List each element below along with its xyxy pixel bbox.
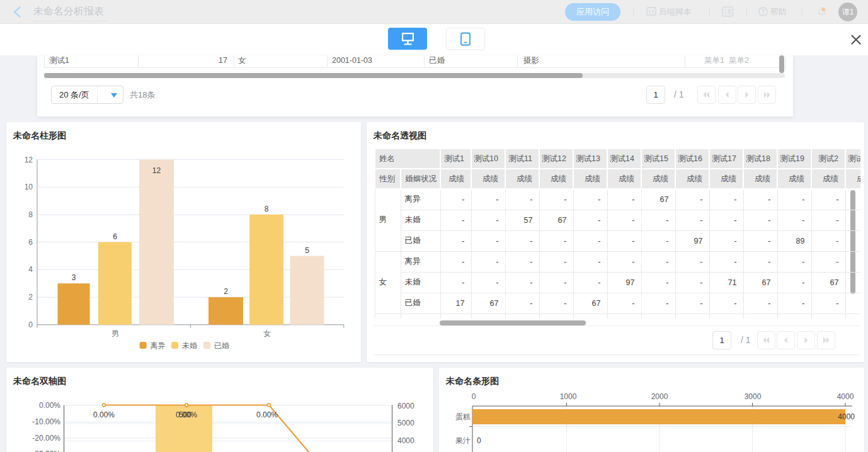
svg-text:5000: 5000 <box>397 419 414 427</box>
svg-text:6: 6 <box>113 232 117 241</box>
svg-text:500: 500 <box>179 410 191 419</box>
svg-text:0: 0 <box>28 320 33 329</box>
svg-text:8: 8 <box>265 205 269 213</box>
svg-text:-20.00%: -20.00% <box>32 434 60 443</box>
svg-text:0.00%: 0.00% <box>256 410 278 419</box>
svg-text:3000: 3000 <box>745 392 762 401</box>
svg-text:8: 8 <box>28 210 33 219</box>
svg-text:4000: 4000 <box>838 412 855 421</box>
svg-text:12: 12 <box>25 155 33 164</box>
svg-text:4000: 4000 <box>837 392 854 401</box>
svg-text:-10.00%: -10.00% <box>32 417 60 426</box>
svg-text:男: 男 <box>111 329 119 338</box>
svg-text:果汁: 果汁 <box>455 436 471 445</box>
svg-text:已婚: 已婚 <box>214 341 229 350</box>
svg-text:未婚: 未婚 <box>182 341 197 350</box>
svg-text:1000: 1000 <box>560 392 577 401</box>
svg-text:0.00%: 0.00% <box>39 401 60 410</box>
svg-text:5: 5 <box>305 246 309 255</box>
svg-text:-30.00%: -30.00% <box>32 449 60 452</box>
svg-text:蛋糕: 蛋糕 <box>455 412 471 421</box>
svg-text:2: 2 <box>224 287 228 296</box>
svg-text:0.00%: 0.00% <box>93 410 115 419</box>
svg-text:10: 10 <box>25 183 33 191</box>
svg-text:2: 2 <box>28 293 33 302</box>
svg-text:4000: 4000 <box>397 436 414 445</box>
svg-text:0: 0 <box>477 436 481 445</box>
svg-text:6000: 6000 <box>397 402 414 410</box>
svg-text:3: 3 <box>72 273 76 282</box>
svg-text:2000: 2000 <box>651 392 668 401</box>
svg-text:4: 4 <box>28 265 33 274</box>
svg-text:女: 女 <box>263 329 271 338</box>
svg-text:6: 6 <box>28 238 33 247</box>
svg-text:0: 0 <box>472 392 476 401</box>
svg-text:离异: 离异 <box>151 341 166 350</box>
svg-text:12: 12 <box>152 166 161 175</box>
